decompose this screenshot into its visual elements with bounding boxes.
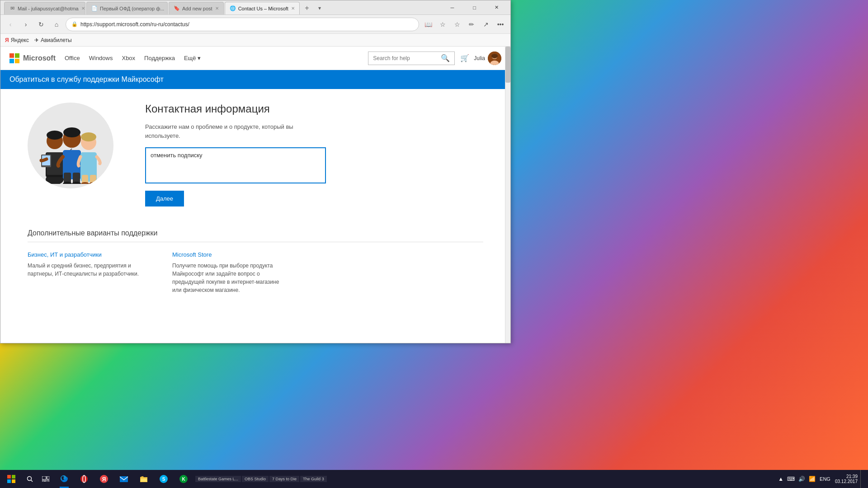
nav-link-office[interactable]: Office xyxy=(65,53,80,63)
taskbar-7days[interactable]: 7 Days to Die xyxy=(269,476,299,482)
taskbar-app-edge[interactable] xyxy=(54,470,74,488)
notes-button[interactable]: ✏ xyxy=(465,18,478,31)
nav-link-xbox[interactable]: Xbox xyxy=(122,53,135,63)
minimize-button[interactable]: ─ xyxy=(442,3,462,13)
svg-point-14 xyxy=(63,127,80,137)
svg-point-9 xyxy=(47,131,63,140)
banner-text: Обратиться в службу поддержки Майкрософт xyxy=(9,75,164,83)
svg-point-4 xyxy=(491,54,498,58)
ms-logo-sq3 xyxy=(9,59,14,63)
page-content: Microsoft Office Windows Xbox Поддержка … xyxy=(0,47,510,343)
more-button[interactable]: ••• xyxy=(494,18,507,31)
show-desktop-button[interactable] xyxy=(860,470,864,488)
tab-dropdown-button[interactable]: ▾ xyxy=(313,2,326,14)
maximize-button[interactable]: □ xyxy=(464,3,485,13)
task-view-button[interactable] xyxy=(37,470,54,488)
svg-rect-38 xyxy=(45,480,49,482)
close-button[interactable]: ✕ xyxy=(486,3,507,13)
illustration-area xyxy=(28,103,118,188)
user-name: Julia xyxy=(474,55,485,61)
taskbar-time: 21:39 xyxy=(835,474,858,479)
address-bar[interactable]: 🔒 https://support.microsoft.com/ru-ru/co… xyxy=(66,18,419,31)
tab-contact-close[interactable]: ✕ xyxy=(291,6,295,11)
scrollbar[interactable] xyxy=(505,47,510,343)
search-input[interactable] xyxy=(373,55,441,61)
taskbar-date: 03.12.2017 xyxy=(835,479,858,484)
fav-avia-icon: ✈ xyxy=(34,37,39,43)
additional-support-title: Дополнительные варианты поддержки xyxy=(28,229,483,237)
tab-addpost[interactable]: 🔖 Add new post ✕ xyxy=(169,2,224,14)
taskbar-datetime: 21:39 03.12.2017 xyxy=(835,474,858,484)
start-button[interactable] xyxy=(0,470,23,488)
support-link-store: Microsoft Store Получите помощь при выбо… xyxy=(172,251,290,294)
favorites-bar: Я Яндекс ✈ Авиабилеты xyxy=(0,34,510,47)
tab-contact-icon: 🌐 xyxy=(230,5,236,12)
favorites-button[interactable]: ☆ xyxy=(436,18,449,31)
hub-button[interactable]: ☆ xyxy=(451,18,463,31)
svg-point-33 xyxy=(28,477,32,481)
taskbar-app-kaspersky[interactable]: K xyxy=(174,470,193,488)
business-link[interactable]: Бизнес, ИТ и разработчики xyxy=(28,251,145,258)
scrollbar-thumb[interactable] xyxy=(505,47,510,83)
svg-text:Я: Я xyxy=(102,476,106,483)
nav-more-dropdown[interactable]: Ещё ▾ xyxy=(184,55,201,61)
taskbar-clock[interactable]: 21:39 03.12.2017 xyxy=(833,470,859,488)
store-desc: Получите помощь при выборе продукта Майк… xyxy=(172,262,290,294)
new-tab-button[interactable]: + xyxy=(301,2,313,14)
tab-addpost-close[interactable]: ✕ xyxy=(215,6,219,11)
svg-rect-35 xyxy=(42,476,46,479)
fav-avia[interactable]: ✈ Авиабилеты xyxy=(34,37,72,43)
tab-mail[interactable]: ✉ Mail - juliapussycat@hotma ✕ xyxy=(4,2,85,14)
tab-ofd-close[interactable]: ✕ xyxy=(167,6,168,11)
cart-icon[interactable]: 🛒 xyxy=(460,54,469,62)
main-content-area: Контактная информация Расскажите нам о п… xyxy=(0,89,510,220)
nav-link-windows[interactable]: Windows xyxy=(89,53,113,63)
svg-rect-46 xyxy=(141,479,147,482)
taskbar-lang-label: ENG xyxy=(820,476,830,482)
submit-button[interactable]: Далее xyxy=(145,191,184,206)
ms-logo-sq1 xyxy=(9,53,14,58)
taskbar-app-yandex[interactable]: Я xyxy=(94,470,114,488)
share-button[interactable]: ↗ xyxy=(480,18,492,31)
taskbar-app-mail[interactable] xyxy=(114,470,134,488)
ms-logo-text: Microsoft xyxy=(23,54,56,62)
svg-rect-30 xyxy=(12,475,15,479)
taskbar-obs[interactable]: OBS Studio xyxy=(242,476,269,482)
additional-support-section: Дополнительные варианты поддержки Бизнес… xyxy=(0,220,510,312)
fav-yandex-icon: Я xyxy=(5,37,9,43)
tray-keyboard-icon[interactable]: ⌨ xyxy=(786,476,796,482)
tray-volume-icon[interactable]: 🔊 xyxy=(797,476,807,482)
ms-logo-squares xyxy=(9,53,19,63)
nav-link-support[interactable]: Поддержка xyxy=(144,53,175,63)
reading-view-button[interactable]: 📖 xyxy=(422,18,434,31)
problem-textarea[interactable]: отменить подписку xyxy=(145,147,326,183)
taskbar-battlestate[interactable]: Battlestate Games L... xyxy=(195,476,241,482)
taskbar-app-explorer[interactable] xyxy=(134,470,154,488)
tab-mail-close[interactable]: ✕ xyxy=(81,6,85,11)
tab-contact[interactable]: 🌐 Contact Us – Microsoft ✕ xyxy=(225,2,300,14)
taskbar-running-apps: Battlestate Games L... OBS Studio 7 Days… xyxy=(195,476,327,482)
fav-yandex[interactable]: Я Яндекс xyxy=(5,37,29,43)
forward-button[interactable]: › xyxy=(19,18,32,31)
home-button[interactable]: ⌂ xyxy=(50,18,63,31)
ms-logo[interactable]: Microsoft xyxy=(9,53,56,63)
back-button[interactable]: ‹ xyxy=(4,18,17,31)
taskbar-app-opera[interactable] xyxy=(74,470,94,488)
taskbar-app-skype[interactable]: S xyxy=(154,470,174,488)
tab-ofd[interactable]: 📄 Первый ОФД (оператор ф... ✕ xyxy=(86,2,168,14)
address-bar-row: ‹ › ↻ ⌂ 🔒 https://support.microsoft.com/… xyxy=(0,15,510,34)
tray-overflow-icon[interactable]: ▲ xyxy=(777,476,785,482)
tray-network-icon[interactable]: 📶 xyxy=(807,476,817,482)
store-link[interactable]: Microsoft Store xyxy=(172,251,290,258)
fav-avia-label: Авиабилеты xyxy=(41,37,72,43)
taskbar-search-button[interactable] xyxy=(23,470,37,488)
taskbar-lang[interactable]: ENG xyxy=(818,470,832,488)
taskbar-guild3[interactable]: The Guild 3 xyxy=(300,476,327,482)
page-banner: Обратиться в службу поддержки Майкрософт xyxy=(0,70,510,89)
user-area[interactable]: Julia xyxy=(474,52,501,65)
svg-text:K: K xyxy=(182,477,185,482)
tab-ofd-icon: 📄 xyxy=(91,5,98,12)
ms-search-box[interactable]: 🔍 xyxy=(368,52,455,65)
refresh-button[interactable]: ↻ xyxy=(35,18,47,31)
url-text: https://support.microsoft.com/ru-ru/cont… xyxy=(80,21,413,28)
